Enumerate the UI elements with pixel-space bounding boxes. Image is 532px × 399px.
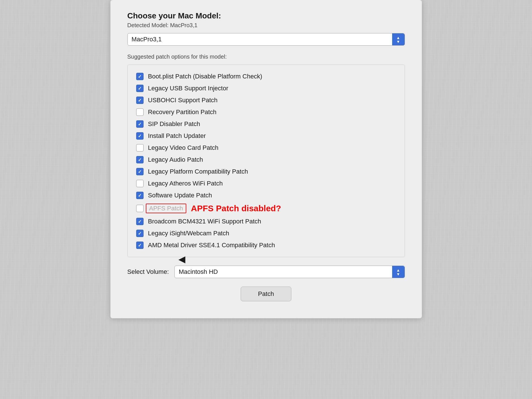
checkbox-software-update[interactable]	[136, 192, 144, 199]
checkbox-apfs[interactable]	[136, 205, 144, 212]
checkbox-sip[interactable]	[136, 120, 144, 128]
label-usbohci: USBOHCI Support Patch	[148, 97, 218, 104]
checkbox-legacy-audio[interactable]	[136, 156, 144, 163]
patch-item-legacy-atheros: Legacy Atheros WiFi Patch	[136, 178, 396, 189]
model-select-text: MacPro3,1	[128, 33, 392, 45]
patch-item-software-update: Software Update Patch	[136, 189, 396, 201]
select-volume-label: Select Volume:	[127, 268, 169, 276]
label-boot-plist: Boot.plist Patch (Disable Platform Check…	[148, 73, 262, 80]
patch-item-amd-metal: AMD Metal Driver SSE4.1 Compatibility Pa…	[136, 239, 396, 251]
label-software-update: Software Update Patch	[148, 192, 212, 199]
volume-stepper-up-icon: ▲	[396, 268, 400, 272]
patch-list-container: Boot.plist Patch (Disable Platform Check…	[127, 65, 405, 257]
checkbox-install-patch[interactable]	[136, 132, 144, 140]
choose-model-title: Choose your Mac Model:	[127, 11, 405, 20]
checkbox-legacy-atheros[interactable]	[136, 180, 144, 187]
model-stepper[interactable]: ▲ ▼	[392, 33, 405, 46]
model-select-wrapper[interactable]: MacPro3,1 ▲ ▼	[127, 33, 405, 46]
label-legacy-isight: Legacy iSight/Webcam Patch	[148, 230, 229, 237]
apfs-label-text: APFS Patch	[149, 205, 183, 212]
apfs-label-box: APFS Patch	[146, 204, 187, 213]
patch-item-legacy-audio: Legacy Audio Patch	[136, 154, 396, 166]
label-legacy-platform: Legacy Platform Compatibility Patch	[148, 168, 248, 175]
apfs-disabled-annotation: APFS Patch disabled?	[191, 204, 281, 213]
patch-button-row: Patch	[127, 287, 405, 301]
label-legacy-atheros: Legacy Atheros WiFi Patch	[148, 180, 223, 187]
checkbox-legacy-isight[interactable]	[136, 230, 144, 237]
checkbox-boot-plist[interactable]	[136, 73, 144, 80]
stepper-up-icon: ▲	[396, 36, 400, 40]
volume-select-text: Macintosh HD	[175, 266, 392, 278]
patch-button[interactable]: Patch	[241, 287, 291, 301]
checkbox-legacy-platform[interactable]	[136, 168, 144, 175]
checkbox-legacy-usb[interactable]	[136, 85, 144, 92]
patch-item-broadcom: Broadcom BCM4321 WiFi Support Patch	[136, 215, 396, 227]
checkbox-broadcom[interactable]	[136, 218, 144, 225]
label-legacy-audio: Legacy Audio Patch	[148, 156, 203, 163]
volume-stepper-down-icon: ▼	[396, 272, 400, 276]
patch-item-boot-plist: Boot.plist Patch (Disable Platform Check…	[136, 71, 396, 82]
checkbox-legacy-video[interactable]	[136, 144, 144, 152]
patch-item-recovery: Recovery Partition Patch	[136, 106, 396, 118]
patch-item-usbohci: USBOHCI Support Patch	[136, 94, 396, 106]
patch-item-legacy-isight: Legacy iSight/Webcam Patch	[136, 227, 396, 239]
main-panel: Choose your Mac Model: Detected Model: M…	[110, 0, 422, 318]
select-volume-row: Select Volume: Macintosh HD ▲ ▼	[127, 266, 405, 278]
volume-stepper[interactable]: ▲ ▼	[392, 266, 405, 278]
patch-item-install-patch: Install Patch Updater	[136, 130, 396, 142]
label-amd-metal: AMD Metal Driver SSE4.1 Compatibility Pa…	[148, 242, 275, 249]
volume-select-wrapper[interactable]: Macintosh HD ▲ ▼	[174, 266, 405, 278]
patch-item-legacy-platform: Legacy Platform Compatibility Patch	[136, 166, 396, 178]
label-legacy-video: Legacy Video Card Patch	[148, 144, 219, 152]
model-select-row: MacPro3,1 ▲ ▼	[127, 33, 405, 46]
stepper-down-icon: ▼	[396, 40, 400, 44]
label-sip: SIP Disabler Patch	[148, 120, 200, 128]
label-recovery: Recovery Partition Patch	[148, 108, 217, 116]
label-install-patch: Install Patch Updater	[148, 132, 206, 140]
patch-item-legacy-video: Legacy Video Card Patch	[136, 142, 396, 154]
label-legacy-usb: Legacy USB Support Injector	[148, 85, 228, 92]
checkbox-usbohci[interactable]	[136, 97, 144, 104]
patch-item-apfs: APFS Patch APFS Patch disabled?	[136, 201, 396, 215]
patch-item-legacy-usb: Legacy USB Support Injector	[136, 82, 396, 94]
patch-item-sip: SIP Disabler Patch	[136, 118, 396, 130]
label-broadcom: Broadcom BCM4321 WiFi Support Patch	[148, 218, 261, 225]
suggested-label: Suggested patch options for this model:	[127, 54, 405, 60]
checkbox-amd-metal[interactable]	[136, 242, 144, 249]
checkbox-recovery[interactable]	[136, 108, 144, 116]
detected-model-label: Detected Model: MacPro3,1	[127, 22, 405, 29]
